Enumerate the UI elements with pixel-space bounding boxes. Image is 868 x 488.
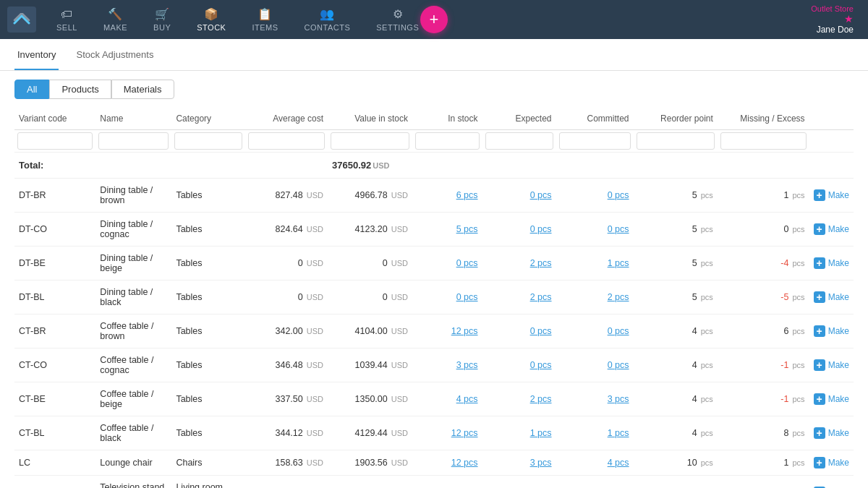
cell-in-stock: 5 pcs	[412, 213, 482, 247]
make-plus-icon: +	[814, 257, 825, 269]
col-in-stock: In stock	[412, 108, 482, 130]
make-button[interactable]: + Make	[814, 291, 849, 303]
make-button[interactable]: + Make	[814, 359, 849, 371]
inventory-table-container: Variant code Name Category Average cost …	[0, 108, 868, 488]
cell-category: Tables	[171, 213, 244, 247]
col-expected: Expected	[482, 108, 556, 130]
cell-code: CT-BL	[14, 416, 95, 450]
cell-make[interactable]: + Make	[809, 247, 854, 281]
filter-expected-input[interactable]	[485, 132, 553, 150]
cell-value: 0 USD	[328, 281, 412, 314]
cell-expected: 0 pcs	[482, 314, 556, 348]
make-button[interactable]: + Make	[814, 223, 849, 235]
cell-expected: 2 pcs	[482, 382, 556, 416]
cell-reorder: 4 pcs	[634, 348, 718, 382]
nav-item-stock[interactable]: 📦 STOCK	[184, 0, 239, 39]
cell-category: Tables	[171, 416, 244, 450]
cell-make[interactable]: + Make	[809, 450, 854, 476]
col-reorder: Reorder point	[634, 108, 718, 130]
make-label: Make	[828, 224, 849, 234]
filter-avg-cost-input[interactable]	[248, 132, 325, 150]
make-button[interactable]: + Make	[814, 457, 849, 468]
cell-in-stock: 3 pcs	[412, 348, 482, 382]
cell-in-stock: 5 pcs	[412, 476, 482, 489]
stock-icon: 📦	[204, 7, 219, 21]
cell-make[interactable]: + Make	[809, 476, 854, 489]
cell-category: Tables	[171, 382, 244, 416]
cell-expected: 0 pcs	[482, 179, 556, 213]
cell-missing: 0 pcs	[718, 213, 809, 247]
main-content: Inventory Stock Adjustments All Products…	[0, 39, 868, 488]
cell-make[interactable]: + Make	[809, 416, 854, 450]
cell-make[interactable]: + Make	[809, 179, 854, 213]
filter-missing-input[interactable]	[720, 132, 807, 150]
filter-value-input[interactable]	[331, 132, 409, 150]
cell-missing: 1 pcs	[718, 179, 809, 213]
cell-category: Tables	[171, 314, 244, 348]
cell-avg-cost: 0 USD	[245, 247, 328, 281]
cell-missing: -5 pcs	[718, 281, 809, 314]
make-label: Make	[828, 458, 849, 468]
make-plus-icon: +	[814, 325, 825, 337]
make-button[interactable]: + Make	[814, 393, 849, 405]
make-button[interactable]: + Make	[814, 325, 849, 337]
buy-icon: 🛒	[155, 7, 170, 21]
cell-expected: 2 pcs	[482, 247, 556, 281]
make-button[interactable]: + Make	[814, 427, 849, 439]
nav-item-make[interactable]: 🔨 MAKE	[90, 0, 140, 39]
cell-value: 1350.00 USD	[328, 382, 412, 416]
filter-name-input[interactable]	[98, 132, 169, 150]
user-section: Outlet Store ★ Jane Doe	[811, 4, 861, 35]
cell-reorder: 5 pcs	[634, 213, 718, 247]
cell-category: Tables	[171, 348, 244, 382]
cell-missing: -1 pcs	[718, 348, 809, 382]
filter-committed-input[interactable]	[559, 132, 631, 150]
make-plus-icon: +	[814, 223, 825, 235]
add-button[interactable]: +	[420, 6, 448, 33]
cell-in-stock: 0 pcs	[412, 247, 482, 281]
cell-in-stock: 12 pcs	[412, 450, 482, 476]
filter-category-input[interactable]	[174, 132, 242, 150]
cell-make[interactable]: + Make	[809, 281, 854, 314]
nav-item-sell[interactable]: 🏷 SELL	[43, 0, 90, 39]
cell-expected: 2 pcs	[482, 281, 556, 314]
cell-in-stock: 4 pcs	[412, 382, 482, 416]
cell-name: Television stand / black...	[95, 476, 171, 489]
cell-make[interactable]: + Make	[809, 213, 854, 247]
total-value: 37650.92USD	[328, 153, 854, 179]
user-name: Jane Doe	[817, 25, 854, 35]
make-button[interactable]: + Make	[814, 257, 849, 269]
filter-materials[interactable]: Materials	[111, 80, 174, 99]
cell-name: Lounge chair	[95, 450, 171, 476]
app-logo[interactable]	[7, 7, 36, 33]
nav-item-buy[interactable]: 🛒 BUY	[140, 0, 184, 39]
filter-input-row	[14, 130, 854, 153]
table-row: DT-BR Dining table / brown Tables 827.48…	[14, 179, 854, 213]
cell-avg-cost: 827.48 USD	[245, 179, 328, 213]
col-committed: Committed	[556, 108, 634, 130]
cell-make[interactable]: + Make	[809, 382, 854, 416]
cell-name: Dining table / brown	[95, 179, 171, 213]
make-button[interactable]: + Make	[814, 189, 849, 201]
cell-value: 1903.56 USD	[328, 450, 412, 476]
cell-committed: 3 pcs	[556, 382, 634, 416]
table-row: CT-CO Coffee table / cognac Tables 346.4…	[14, 348, 854, 382]
nav-item-contacts[interactable]: 👥 CONTACTS	[292, 0, 364, 39]
nav-item-items[interactable]: 📋 ITEMS	[239, 0, 291, 39]
cell-make[interactable]: + Make	[809, 348, 854, 382]
cell-avg-cost: 342.00 USD	[245, 314, 328, 348]
filter-products[interactable]: Products	[49, 80, 111, 99]
filter-reorder-input[interactable]	[637, 132, 715, 150]
cell-committed: 0 pcs	[556, 476, 634, 489]
filter-variant-code-input[interactable]	[17, 132, 93, 150]
nav-label-buy: BUY	[153, 23, 171, 32]
tab-stock-adjustments[interactable]: Stock Adjustments	[73, 40, 156, 70]
filter-all[interactable]: All	[14, 80, 49, 99]
col-avg-cost: Average cost	[245, 108, 328, 130]
cell-make[interactable]: + Make	[809, 314, 854, 348]
cell-committed: 1 pcs	[556, 247, 634, 281]
cell-code: LC	[14, 450, 95, 476]
filter-in-stock-input[interactable]	[415, 132, 480, 150]
cell-name: Dining table / cognac	[95, 213, 171, 247]
tab-inventory[interactable]: Inventory	[14, 40, 59, 70]
